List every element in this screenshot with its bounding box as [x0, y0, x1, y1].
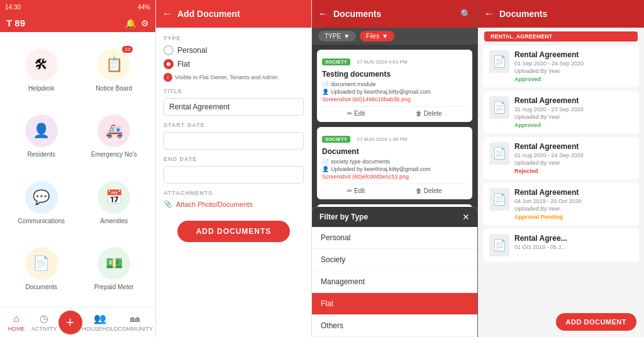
rental-card-icon-4: 📄	[489, 188, 509, 211]
radio-flat-label: Flat	[177, 60, 190, 69]
filter-option-society[interactable]: Society	[312, 249, 477, 271]
time-display: 14:30	[5, 4, 21, 11]
prepaidmeter-label: Prepaid Meter	[94, 284, 134, 290]
rental-card-title-3: Rental Agreement	[514, 142, 633, 151]
doc-link-1[interactable]: Screenshot (60)1498c10bab3b.png	[322, 96, 411, 102]
filter-option-personal[interactable]: Personal	[312, 227, 477, 249]
rental-back-button[interactable]: ←	[484, 8, 494, 19]
nav-household[interactable]: 👥 HOUSEHOLD	[82, 312, 118, 332]
rental-card-info-5: Rental Agree... 01 Oct 2019 - 05 J...	[514, 234, 633, 251]
rental-cards-body: 📄 Rental Agreement 01 Sep 2020 - 24 Sep …	[478, 45, 644, 337]
radio-personal[interactable]	[164, 45, 174, 55]
filter-option-management[interactable]: Management	[312, 271, 477, 293]
rental-card-5: 📄 Rental Agree... 01 Oct 2019 - 05 J...	[483, 229, 639, 262]
title-input[interactable]	[164, 98, 304, 116]
rental-card-title-2: Rental Agreement	[514, 96, 633, 105]
grid-item-amenities[interactable]: 📅 Amenities	[78, 170, 151, 236]
doc-date-1: 27 AUG 2020 4:01 PM	[357, 59, 408, 65]
title-section-label: TITLE	[164, 88, 304, 94]
header-icons: 🔔 ⚙	[125, 18, 149, 28]
documents-header: ← Documents 🔍	[312, 0, 477, 28]
rental-card-info-4: Rental Agreement 04 Jun 2019 - 20 Oct 20…	[514, 188, 633, 220]
grid-item-communications[interactable]: 💬 Communications	[5, 170, 78, 236]
files-filter-label: Files	[366, 33, 379, 40]
communications-label: Communications	[18, 218, 65, 224]
rental-filter-tag: RENTAL_AGREEMENT	[484, 31, 638, 41]
type-filter-label: TYPE	[325, 33, 341, 40]
rental-card-dates-4: 04 Jun 2019 - 20 Oct 2020	[514, 198, 633, 204]
doc-card-1: SOCIETY 27 AUG 2020 4:01 PM Testing docu…	[317, 50, 472, 122]
doc-file-icon-2: 📄	[322, 158, 329, 165]
nav-home[interactable]: ⌂ HOME	[3, 313, 30, 332]
start-date-input[interactable]	[164, 132, 304, 150]
screen-home: 14:30 44% T 89 🔔 ⚙ 🛠 Helpdesk 📋 10 Notic…	[0, 0, 156, 337]
radio-personal-row[interactable]: Personal	[164, 45, 304, 55]
rental-status-3: Rejected	[514, 168, 633, 174]
filter-option-others[interactable]: Others	[312, 315, 477, 337]
doc-delete-btn-1[interactable]: 🗑 Delete	[416, 110, 442, 117]
rental-header: ← Documents	[478, 0, 644, 28]
add-doc-body: TYPE Personal Flat i Visible to Flat Own…	[156, 28, 311, 337]
doc-module-1: document module	[331, 81, 376, 87]
rental-card-dates-3: 01 Aug 2020 - 24 Sep 2020	[514, 152, 633, 158]
documents-back-button[interactable]: ←	[318, 8, 328, 19]
radio-flat-row[interactable]: Flat	[164, 59, 304, 69]
rental-card-icon-1: 📄	[489, 50, 509, 73]
add-documents-button[interactable]: ADD DOCUMENTS	[177, 221, 291, 242]
documents-search-icon[interactable]: 🔍	[460, 9, 471, 19]
doc-person-icon-1: 👤	[322, 89, 329, 95]
rental-card-2: 📄 Rental Agreement 31 Aug 2020 - 23 Sep …	[483, 91, 639, 133]
filter-option-flat[interactable]: Flat	[312, 293, 477, 315]
emergency-icon-circle: 🚑	[97, 114, 130, 147]
documents-label: Documents	[25, 284, 57, 290]
end-date-section-label: END DATE	[164, 156, 304, 162]
doc-meta-uploader-2: 👤 Uploaded by keerthiraj.kitty@gmail.com	[322, 166, 467, 172]
end-date-input[interactable]	[164, 166, 304, 184]
helpdesk-label: Helpdesk	[28, 85, 55, 92]
community-nav-icon: 🏘	[130, 313, 140, 324]
nav-community[interactable]: 🏘 COMMUNITY	[118, 313, 153, 332]
files-filter-chip[interactable]: Files ▼	[360, 31, 394, 41]
doc-module-2: society type documents	[331, 158, 390, 165]
doc-date-2: 27 AUG 2020 1:39 PM	[357, 136, 408, 142]
attach-link-text: Attach Photo/Documents	[176, 201, 253, 208]
filter-overlay-title: Filter by Type	[319, 213, 368, 221]
rental-title: Documents	[499, 9, 547, 19]
grid-item-helpdesk[interactable]: 🛠 Helpdesk	[5, 37, 78, 103]
rental-status-2: Approved	[514, 122, 633, 128]
doc-person-icon-2: 👤	[322, 166, 329, 172]
grid-item-noticeboard[interactable]: 📋 10 Notice Board	[78, 37, 151, 103]
notification-icon[interactable]: 🔔	[125, 18, 136, 28]
doc-edit-btn-2[interactable]: ✏ Edit	[347, 187, 365, 194]
rental-card-title-5: Rental Agree...	[514, 234, 633, 243]
battery-display: 44%	[138, 4, 150, 11]
apartment-title: T 89	[6, 18, 25, 28]
add-document-fab[interactable]: ADD DOCUMENT	[556, 313, 636, 331]
doc-link-2[interactable]: Screenshot (60)efc00d3e5c53.png	[322, 174, 409, 180]
doc-file-icon-1: 📄	[322, 81, 329, 87]
doc-edit-btn-1[interactable]: ✏ Edit	[347, 110, 365, 117]
visible-note: i Visible to Flat Owner, Tenants and Adm…	[164, 73, 304, 82]
doc-delete-btn-2[interactable]: 🗑 Delete	[416, 187, 442, 194]
type-filter-chip[interactable]: TYPE ▼	[318, 31, 356, 41]
grid-item-emergency[interactable]: 🚑 Emergency No's	[78, 103, 151, 169]
grid-item-prepaidmeter[interactable]: 💵 Prepaid Meter	[78, 236, 151, 302]
doc-meta-link-2: Screenshot (60)efc00d3e5c53.png	[322, 174, 467, 180]
add-doc-back-button[interactable]: ←	[162, 8, 172, 19]
noticeboard-icon-circle: 📋 10	[97, 48, 130, 81]
doc-actions-2: ✏ Edit 🗑 Delete	[322, 184, 467, 194]
radio-flat[interactable]	[164, 59, 174, 69]
grid-item-documents[interactable]: 📄 Documents	[5, 236, 78, 302]
home-nav-icon: ⌂	[13, 313, 19, 324]
attach-link[interactable]: 📎 Attach Photo/Documents	[164, 200, 304, 208]
screen-documents-list: ← Documents 🔍 TYPE ▼ Files ▼ SOCIETY 27 …	[312, 0, 478, 337]
nav-activity[interactable]: ◷ ACTIVITY	[30, 312, 58, 332]
doc-tag-1: SOCIETY	[322, 58, 350, 65]
rental-card-uploader-1: Uploaded By Veer	[514, 68, 633, 74]
rental-card-dates-2: 31 Aug 2020 - 23 Sep 2020	[514, 106, 633, 113]
settings-icon[interactable]: ⚙	[141, 18, 149, 28]
grid-item-residents[interactable]: 👤 Residents	[5, 103, 78, 169]
nav-plus-button[interactable]: +	[58, 311, 82, 334]
rental-card-info-1: Rental Agreement 01 Sep 2020 - 24 Sep 20…	[514, 50, 633, 82]
filter-overlay-close[interactable]: ✕	[462, 212, 470, 222]
